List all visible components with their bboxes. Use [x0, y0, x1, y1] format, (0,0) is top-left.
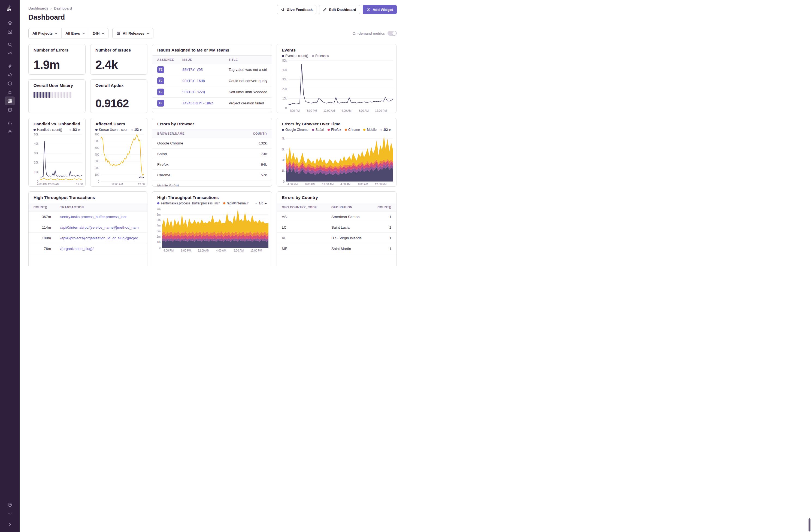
pager-next-icon[interactable]: ▶	[265, 202, 267, 205]
breadcrumb-dashboards[interactable]: Dashboards	[28, 6, 48, 10]
pager-prev-icon[interactable]: ◀	[131, 128, 133, 131]
browser-count: 132k	[259, 141, 267, 145]
country-code: VI	[282, 236, 331, 240]
releases-filter[interactable]: All Releases	[112, 28, 153, 39]
column-issue: ISSUE	[182, 58, 229, 61]
widget-grid: Number of Errors 1.9m Number of Issues 2…	[28, 44, 397, 266]
table-body: Google Chrome 132k Safari 73k Firefox 64…	[152, 138, 272, 186]
legend-dot	[223, 202, 225, 204]
plus-circle-icon	[367, 7, 371, 12]
sidebar-item-replays[interactable]	[5, 79, 15, 88]
table-row: 367m sentry.tasks.process_buffer.process…	[29, 212, 147, 222]
sidebar-item-settings[interactable]	[5, 127, 15, 135]
pager-page-label: 1/3	[72, 128, 77, 132]
edit-dashboard-button[interactable]: Edit Dashboard	[319, 5, 360, 14]
svg-text:3m: 3m	[157, 230, 160, 233]
svg-text:10k: 10k	[34, 171, 39, 173]
table-header: BROWSER.NAME COUNT()	[152, 129, 272, 138]
svg-text:4:00 AM: 4:00 AM	[216, 249, 226, 252]
transaction-link[interactable]: /api/0/internal/rpc/{service_name}/{meth…	[60, 225, 138, 229]
legend-item[interactable]: Firefox	[327, 128, 341, 132]
legend-item[interactable]: Chrome	[345, 128, 360, 132]
widget-issues-assigned: Issues Assigned to Me or My Teams ASSIGN…	[152, 44, 272, 113]
table-body: 367m sentry.tasks.process_buffer.process…	[29, 212, 147, 266]
add-widget-label: Add Widget	[372, 7, 393, 12]
pager-next-icon[interactable]: ▶	[78, 128, 80, 131]
legend-items: Google Chrome Safari Firefox Chrome Mobi…	[282, 128, 377, 132]
pager-page-label: 1/6	[259, 201, 263, 205]
transaction-link[interactable]: sentry.tasks.process_buffer.process_incr	[60, 215, 126, 219]
handled-vs-unhandled-chart[interactable]: 010k20k30k40k50k4:00 PM12:00 AM12:00 P	[31, 132, 83, 186]
assignee-avatar[interactable]: TE	[157, 77, 164, 84]
legend-item[interactable]: Known Users : cour	[95, 128, 127, 132]
transaction-link[interactable]: /{organization_slug}/	[60, 247, 93, 251]
date-range-filter[interactable]: 24H	[89, 28, 108, 38]
errors-by-browser-over-time-chart[interactable]: 01k2k3k4k4:00 PM8:00 PM12:00 AM4:00 AM8:…	[279, 132, 394, 186]
pager-next-icon[interactable]: ▶	[389, 128, 391, 131]
pager-prev-icon[interactable]: ◀	[255, 202, 257, 205]
sidebar-item-performance[interactable]	[5, 49, 15, 58]
chevron-down-icon	[55, 32, 58, 34]
transaction-link[interactable]: /api/0/projects/{organization_id_or_slug…	[60, 236, 138, 240]
pager-next-icon[interactable]: ▶	[140, 128, 142, 131]
widget-title: Issues Assigned to Me or My Teams	[157, 48, 267, 52]
browser-name: Google Chrome	[157, 141, 259, 145]
sidebar-item-alerts[interactable]	[5, 62, 15, 70]
sidebar-item-issues[interactable]	[5, 18, 15, 27]
sentry-logo[interactable]	[5, 4, 14, 13]
legend-item[interactable]: Handled : count()	[33, 128, 62, 132]
sidebar-item-feedback[interactable]	[5, 70, 15, 79]
sidebar-item-explore[interactable]	[5, 40, 15, 49]
sidebar-item-crons[interactable]	[5, 88, 15, 96]
legend-item[interactable]: Google Chrome	[282, 128, 308, 132]
environments-filter[interactable]: All Envs	[61, 28, 89, 38]
legend-pager: ◀ 1/3 ▶	[69, 128, 80, 132]
assignee-avatar[interactable]: TE	[157, 100, 164, 107]
legend-item[interactable]: sentry.tasks.process_buffer.process_incr	[157, 201, 220, 205]
projects-filter[interactable]: All Projects	[29, 28, 61, 38]
svg-text:12:00 PM: 12:00 PM	[250, 249, 262, 252]
legend-item[interactable]: /api/0/internal/r	[223, 201, 248, 205]
affected-users-chart[interactable]: 010020030040050060070012:00 AM12:00 P	[93, 132, 145, 186]
issue-link[interactable]: SENTRY-32ZQ	[182, 90, 205, 94]
issue-link[interactable]: SENTRY-VD5	[182, 67, 203, 72]
assignee-avatar[interactable]: TE	[157, 89, 164, 95]
issue-link[interactable]: JAVASCRIPT-1BG2	[182, 101, 213, 105]
country-code: LC	[282, 225, 331, 229]
widget-handled-vs-unhandled: Handled vs. Unhandled Handled : count() …	[28, 118, 86, 187]
column-title: TITLE	[229, 58, 267, 61]
add-widget-button[interactable]: Add Widget	[363, 5, 397, 14]
filter-bar: All Projects All Envs 24H All Releases O…	[28, 28, 397, 39]
legend-item[interactable]: Events : count()	[282, 54, 308, 58]
legend-item[interactable]: Mobile S	[363, 128, 377, 132]
high-throughput-transactions-chart[interactable]: 01m2m3m4m5m6m7m4:00 PM8:00 PM12:00 AM4:0…	[154, 206, 270, 253]
sidebar-item-releases[interactable]	[5, 105, 15, 114]
widget-overall-user-misery: Overall User Misery	[28, 79, 86, 113]
assignee-avatar[interactable]: TE	[157, 66, 164, 73]
breadcrumb-dashboard[interactable]: Dashboard	[54, 6, 72, 10]
widget-high-throughput-transactions-chart: High Throughput Transactions sentry.task…	[152, 191, 272, 266]
svg-text:4:00 PM: 4:00 PM	[37, 183, 47, 186]
column-count: COUNT()	[375, 206, 391, 209]
svg-text:30k: 30k	[34, 152, 39, 155]
widget-overall-apdex: Overall Apdex 0.9162	[90, 79, 148, 113]
sidebar-item-dashboards[interactable]	[5, 96, 15, 105]
svg-text:12:00 AM: 12:00 AM	[48, 183, 59, 186]
events-chart[interactable]: 010k20k30k40k50k4:00 PM8:00 PM12:00 AM4:…	[279, 58, 394, 113]
legend-pager: ◀ 1/2 ▶	[380, 128, 391, 132]
table-row: Firefox 64k	[152, 159, 272, 170]
table-body: TE SENTRY-VD5 Tag value was not a string…	[152, 64, 272, 113]
pager-prev-icon[interactable]: ◀	[69, 128, 71, 131]
svg-text:200: 200	[95, 167, 99, 169]
browser-name: Mobile Safari	[157, 184, 267, 187]
legend-item[interactable]: Safari	[312, 128, 324, 132]
sidebar-item-projects[interactable]	[5, 27, 15, 36]
number-of-errors-value: 1.9m	[29, 59, 85, 71]
pager-prev-icon[interactable]: ◀	[380, 128, 382, 131]
give-feedback-button[interactable]: Give Feedback	[277, 5, 316, 14]
issue-link[interactable]: SENTRY-16H8	[182, 79, 205, 83]
legend-item[interactable]: Releases	[312, 54, 329, 58]
svg-text:8:00 AM: 8:00 AM	[233, 249, 244, 252]
on-demand-metrics-toggle[interactable]	[387, 31, 397, 36]
sidebar-item-stats[interactable]	[5, 118, 15, 127]
